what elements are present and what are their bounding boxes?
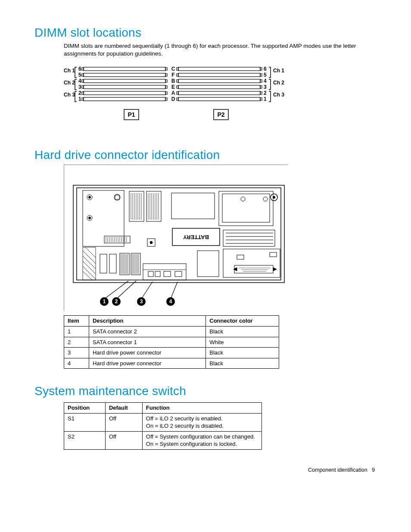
svg-rect-19: [82, 80, 84, 82]
svg-text:2: 2: [264, 90, 267, 96]
svg-rect-17: [82, 74, 84, 76]
svg-rect-146: [270, 252, 277, 257]
svg-rect-144: [234, 265, 273, 273]
svg-rect-48: [260, 92, 262, 94]
svg-text:BATTERY: BATTERY: [183, 234, 209, 240]
svg-marker-156: [234, 268, 237, 271]
svg-text:1: 1: [264, 96, 267, 102]
svg-text:B: B: [171, 78, 175, 84]
svg-rect-43: [177, 80, 178, 82]
svg-text:Ch 2: Ch 2: [273, 80, 284, 86]
svg-rect-85: [146, 191, 161, 221]
svg-point-101: [150, 241, 153, 244]
svg-rect-9: [84, 67, 165, 71]
svg-line-80: [83, 271, 92, 280]
svg-rect-75: [83, 247, 96, 280]
sms-table: Position Default Function S1 Off Off = i…: [64, 402, 262, 450]
svg-rect-138: [171, 193, 215, 219]
svg-text:1: 1: [103, 299, 106, 305]
svg-text:1: 1: [78, 96, 81, 102]
svg-text:Ch 1: Ch 1: [64, 68, 75, 74]
hd-connector-table: Item Description Connector color 1 SATA …: [64, 315, 279, 369]
svg-text:F: F: [171, 72, 174, 78]
svg-rect-46: [260, 86, 262, 88]
svg-rect-143: [197, 251, 219, 277]
svg-text:4: 4: [78, 78, 81, 84]
svg-line-161: [116, 281, 136, 299]
svg-rect-74: [115, 195, 119, 199]
svg-rect-25: [82, 98, 84, 100]
svg-rect-41: [177, 74, 178, 76]
svg-text:6: 6: [78, 66, 81, 72]
svg-rect-35: [178, 79, 260, 83]
dimm-body: DIMM slots are numbered sequentially (1 …: [64, 42, 370, 58]
svg-line-76: [83, 251, 96, 264]
svg-rect-84: [129, 191, 144, 221]
svg-rect-133: [155, 271, 160, 277]
svg-text:P1: P1: [128, 111, 135, 118]
footer-page: 9: [372, 467, 375, 473]
svg-text:6: 6: [264, 66, 267, 72]
svg-text:A: A: [171, 90, 175, 96]
svg-rect-10: [84, 73, 165, 77]
svg-line-163: [171, 282, 177, 299]
heading-sms: System maintenance switch: [34, 384, 377, 398]
table-row: 2 SATA connector 1 White: [64, 337, 279, 348]
svg-text:E: E: [171, 84, 175, 90]
svg-rect-37: [178, 91, 260, 95]
svg-text:4: 4: [169, 299, 172, 305]
svg-marker-157: [273, 268, 277, 271]
svg-point-72: [89, 217, 91, 219]
svg-text:3: 3: [140, 299, 143, 305]
svg-rect-13: [84, 91, 165, 95]
svg-rect-34: [178, 73, 260, 77]
svg-line-78: [83, 261, 96, 274]
svg-rect-49: [177, 98, 178, 100]
svg-rect-47: [177, 92, 178, 94]
svg-text:D: D: [171, 96, 175, 102]
svg-rect-45: [177, 86, 178, 88]
svg-point-70: [89, 196, 91, 199]
svg-line-160: [104, 281, 128, 299]
svg-point-148: [263, 197, 268, 201]
svg-rect-36: [178, 85, 260, 89]
svg-text:2: 2: [78, 90, 81, 96]
svg-rect-44: [260, 80, 262, 82]
svg-text:2: 2: [115, 299, 118, 305]
svg-line-77: [83, 256, 96, 269]
svg-rect-20: [165, 80, 167, 82]
svg-text:3: 3: [78, 84, 81, 90]
svg-rect-33: [178, 67, 260, 71]
th-desc: Description: [89, 316, 206, 327]
svg-rect-24: [165, 92, 167, 94]
svg-text:Ch 3: Ch 3: [64, 92, 75, 98]
svg-rect-21: [82, 86, 84, 88]
svg-rect-132: [148, 271, 153, 277]
svg-rect-26: [165, 98, 167, 100]
hd-diagram: BATTERY: [64, 165, 377, 311]
svg-text:Ch 2: Ch 2: [64, 80, 75, 86]
svg-rect-82: [100, 254, 107, 273]
svg-rect-11: [84, 79, 165, 83]
svg-rect-130: [143, 264, 186, 280]
svg-rect-135: [175, 271, 182, 277]
table-row: 4 Hard drive power connector Black: [64, 358, 279, 369]
table-row: 3 Hard drive power connector Black: [64, 348, 279, 358]
svg-point-159: [273, 196, 275, 199]
svg-rect-14: [84, 97, 165, 101]
svg-rect-145: [237, 255, 244, 259]
svg-rect-50: [260, 98, 262, 100]
svg-text:Ch 1: Ch 1: [273, 68, 284, 74]
svg-line-81: [85, 247, 96, 258]
table-row: 1 SATA connector 2 Black: [64, 326, 279, 337]
svg-text:3: 3: [264, 84, 267, 90]
svg-rect-40: [260, 68, 262, 70]
th-default: Default: [105, 403, 142, 414]
svg-rect-139: [219, 191, 273, 226]
th-color: Connector color: [206, 316, 279, 327]
svg-point-147: [241, 197, 245, 201]
svg-rect-42: [260, 74, 262, 76]
svg-text:5: 5: [78, 72, 81, 78]
svg-rect-83: [109, 254, 116, 273]
svg-line-162: [141, 282, 153, 299]
